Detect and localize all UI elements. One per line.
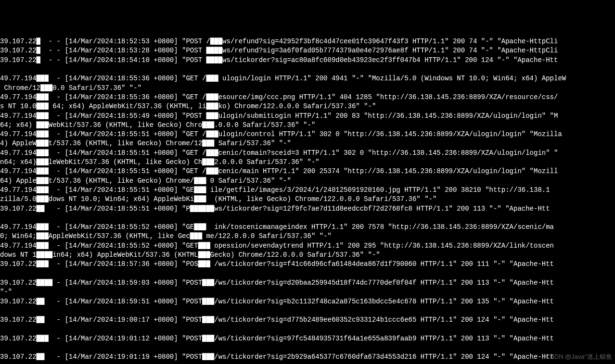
log-line: 39.107.22██ - [14/Mar/2024:18:59:51 +080…: [0, 297, 615, 306]
log-line: 39.107.22████ - [14/Mar/2024:18:59:03 +0…: [0, 278, 615, 288]
log-line: [0, 325, 615, 334]
log-line: [0, 269, 615, 278]
log-line: 4) AppleW███t/537.36 (KHTML, like Gecko)…: [0, 139, 615, 148]
log-line: 39.107.22███ - [14/Mar/2024:18:57:36 +08…: [0, 260, 615, 269]
log-line: "-": [0, 288, 615, 297]
log-line: [0, 362, 615, 364]
log-line: 64) Apple███t/537.36 (KHTML, like Gecko)…: [0, 176, 615, 186]
log-line: [0, 306, 615, 315]
terminal-output: 39.107.22█ - - [14/Mar/2024:18:52:53 +08…: [0, 37, 615, 364]
log-line: s NT 10.0███ 64; x64) AppleWebKit/537.36…: [0, 102, 615, 111]
log-line: 49.77.194███ - [14/Mar/2024:18:55:49 +08…: [0, 112, 615, 121]
log-line: 39.107.22██ - [14/Mar/2024:18:55:51 +080…: [0, 204, 615, 213]
log-line: 39.107.22█ - - [14/Mar/2024:18:52:53 +08…: [0, 37, 615, 46]
log-line: zilla/5.0███dows NT 10.0; Win64; x64) Ap…: [0, 195, 615, 204]
log-line: 49.77.194███ - [14/Mar/2024:18:55:51 +08…: [0, 167, 615, 176]
log-line: n64; x64)███leWebKit/537.36 (KHTML, like…: [0, 158, 615, 167]
log-line: 39.107.22█ - - [14/Mar/2024:18:54:10 +08…: [0, 56, 615, 65]
log-line: [0, 65, 615, 74]
log-line: 49.77.194███ - [14/Mar/2024:18:55:51 +08…: [0, 149, 615, 158]
log-line: [0, 343, 615, 352]
log-line: dows NT 1████in64; x64) AppleWebKit/537.…: [0, 251, 615, 260]
watermark-text: CSDN @Java°迷上鲸鱼: [546, 352, 612, 361]
log-line: [0, 213, 615, 223]
log-line: 49.77.194███ - [14/Mar/2024:18:55:36 +08…: [0, 93, 615, 102]
log-line: 49.77.194███ - [14/Mar/2024:18:55:36 +08…: [0, 74, 615, 83]
log-line: 39.107.22███ - [14/Mar/2024:19:01:12 +08…: [0, 334, 615, 343]
log-line: Chrome/12███0.0 Safari/537.36" "-": [0, 84, 615, 93]
log-line: 39.107.22██ - [14/Mar/2024:19:01:19 +080…: [0, 352, 615, 362]
log-line: 0; Win64;███AppleWebKit/537.36 (KHTML, l…: [0, 232, 615, 241]
log-line: 49.77.194███ - [14/Mar/2024:18:55:51 +08…: [0, 186, 615, 195]
log-line: 39.107.22█ - - [14/Mar/2024:18:53:28 +08…: [0, 46, 615, 55]
log-line: 64; x64) ███WebKit/537.36 (KHTML, like G…: [0, 121, 615, 130]
log-line: 49.77.194███ - [14/Mar/2024:18:55:52 +08…: [0, 241, 615, 251]
log-line: 49.77.194███ - [14/Mar/2024:18:55:51 +08…: [0, 130, 615, 139]
log-line: 49.77.194███ - [14/Mar/2024:18:55:52 +08…: [0, 223, 615, 232]
log-line: 39.107.22██ - [14/Mar/2024:19:00:17 +080…: [0, 315, 615, 325]
